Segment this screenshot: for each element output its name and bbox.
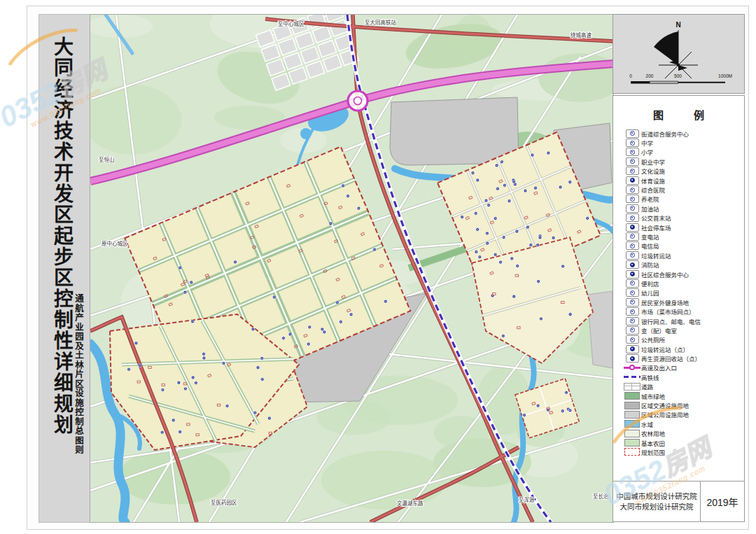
map-label: 至长治: [593, 493, 609, 500]
legend-point-icon: [623, 213, 641, 222]
legend-point-icon: [623, 270, 641, 279]
legend-row: 公交首末站: [623, 213, 744, 223]
legend-label: 中学: [641, 139, 653, 147]
legend-point-icon: [623, 345, 641, 353]
legend-row: 市场（菜市场网点）: [623, 307, 744, 316]
legend-label: 公共厕所: [641, 335, 665, 344]
legend-row: 道路: [623, 382, 744, 391]
institute-line-2: 大同市规划设计研究院: [620, 502, 694, 512]
legend-label: 再生资源回收站（点）: [641, 354, 701, 363]
legend-point-icon: [623, 260, 641, 269]
legend-row: 区域公用设施用地: [623, 410, 744, 419]
legend-row: 居民室外健身场地: [623, 297, 744, 307]
legend-row: 加油站: [623, 204, 744, 213]
legend-label: 电信局: [641, 241, 659, 250]
legend-label: 基本农田: [641, 438, 665, 447]
legend-row: 幼儿园: [623, 288, 744, 297]
area-swatch: [623, 392, 641, 400]
legend-row: 社区综合服务中心: [623, 269, 744, 279]
legend-title: 图 例: [623, 107, 744, 122]
legend-row: 基本农田: [623, 438, 744, 447]
legend-label: 社会停车场: [641, 223, 671, 231]
legend-label: 文化设施: [641, 167, 665, 175]
legend-label: 公交首末站: [641, 213, 671, 222]
map-label: 至恒山: [99, 156, 115, 163]
institute-line-1: 中国城市规划设计研究院: [616, 491, 697, 501]
legend-label: 社区综合服务中心: [641, 269, 689, 278]
legend-row: 城市绿地: [623, 391, 744, 400]
legend-label: 农林用地: [641, 429, 665, 437]
legend-label: 垃圾转运站（点）: [641, 344, 689, 353]
legend-row: 养老院: [623, 195, 744, 204]
legend-label: 便利店: [641, 279, 659, 287]
interchange-ring: [348, 91, 368, 111]
legend-row: 中学: [623, 138, 744, 147]
legend-label: 加油站: [641, 204, 659, 212]
legend-label: 养老院: [641, 195, 659, 203]
legend-row: 综合医院: [623, 185, 744, 194]
legend-label: 体育设施: [641, 176, 665, 184]
legend-point-icon: [623, 129, 641, 138]
boundary-swatch: [623, 448, 641, 456]
legend-point-icon: [623, 185, 641, 194]
legend-label: 市场（菜市场网点）: [641, 307, 695, 316]
legend-point-icon: [623, 148, 641, 156]
legend-label: 综合医院: [641, 185, 665, 194]
legend-label: 道路: [641, 382, 653, 391]
legend-label: 街道综合服务中心: [641, 129, 689, 137]
legend-row: 便利店: [623, 279, 744, 288]
map-label: 至医药园区: [211, 499, 237, 506]
area-swatch: [623, 430, 641, 437]
legend-point-icon: [623, 223, 641, 232]
page-subtitle: 通航产业园及土林片区设施控制总图则: [72, 294, 85, 455]
legend-point-icon: [623, 298, 641, 307]
hsr-swatch: [623, 376, 641, 378]
page-title: 大同经济技术开发区起步区控制性详细规划: [48, 36, 76, 435]
plan-year: 2019年: [701, 482, 744, 521]
legend-label: 高速及出入口: [641, 363, 677, 372]
legend-point-icon: [623, 157, 641, 166]
map-label: 至浑源: [519, 497, 535, 503]
map-label: 至中心城区: [278, 20, 304, 27]
legend-point-icon: [623, 335, 641, 344]
area-swatch: [623, 402, 641, 409]
legend-label: 幼儿园: [641, 288, 659, 297]
svg-text:200: 200: [646, 73, 654, 78]
legend-row: 再生资源回收站（点）: [623, 353, 744, 363]
plan-sheet: 大同经济技术开发区起步区控制性详细规划 通航产业园及土林片区设施控制总图则: [0, 0, 756, 534]
north-scale-box: N 0 200 500 1000M: [612, 14, 745, 94]
map-label: 绕城高速: [570, 31, 592, 38]
legend-point-icon: [623, 139, 641, 147]
area-swatch: [623, 411, 641, 419]
map-canvas: 至中心城区至大同高铁站绕城高速至恒山原中心城区至医药园区文瀛湖东路至浑源至长治: [90, 15, 613, 522]
legend-row: 银行网点、邮电、电信: [623, 316, 744, 325]
map-label: 至大同高铁站: [365, 19, 396, 26]
road-swatch: [623, 383, 641, 391]
legend-row: 体育设施: [623, 176, 744, 185]
legend-row: 垃圾转运站（点）: [623, 344, 744, 353]
legend-point-icon: [623, 232, 641, 241]
legend-point-icon: [623, 279, 641, 288]
legend-row: 农林用地: [623, 429, 744, 438]
legend-point-icon: [623, 317, 641, 325]
legend-point-icon: [623, 204, 641, 213]
legend-label: 水域: [641, 419, 653, 428]
legend-point-icon: [623, 326, 641, 335]
legend-label: 区域交通设施用地: [641, 401, 689, 409]
svg-text:0: 0: [629, 73, 632, 78]
legend-label: 小学: [641, 148, 653, 156]
legend-row: 水域: [623, 419, 744, 428]
north-label: N: [676, 21, 680, 29]
footer-box: 中国城市规划设计研究院 大同市规划设计研究院 2019年: [612, 481, 745, 522]
legend-row: 消防站: [623, 260, 744, 269]
legend-label: 职业中学: [641, 157, 665, 165]
svg-text:1000M: 1000M: [718, 73, 732, 78]
legend-row: 变（配）电室: [623, 325, 744, 335]
legend-point-icon: [623, 307, 641, 316]
legend-label: 变电站: [641, 232, 659, 240]
legend-label: 变（配）电室: [641, 325, 677, 334]
expressway-swatch: [623, 364, 641, 371]
area-swatch: [623, 420, 641, 428]
legend-row: 电信局: [623, 241, 744, 251]
legend-label: 消防站: [641, 260, 659, 269]
